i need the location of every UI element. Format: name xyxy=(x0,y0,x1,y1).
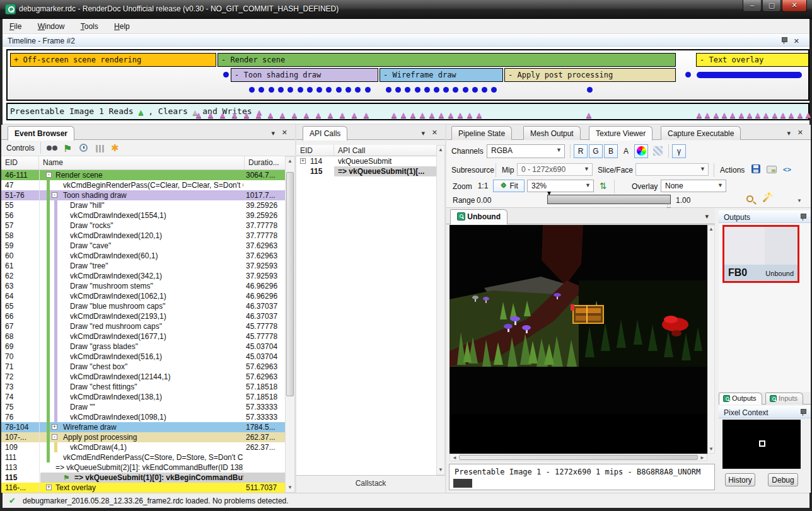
timeline-bar[interactable]: - Apply post processing xyxy=(504,68,676,82)
event-row[interactable]: 109vkCmdDraw(4,1)262.37... xyxy=(1,442,285,452)
column-name[interactable]: Name xyxy=(39,156,245,169)
overlay-select[interactable]: None▼ xyxy=(661,180,726,192)
tab-inputs[interactable]: Inputs xyxy=(765,393,803,405)
magnifier-icon[interactable] xyxy=(746,195,753,202)
menu-help[interactable]: Help xyxy=(107,19,137,31)
goto-resource-icon[interactable]: <> xyxy=(783,166,791,173)
column-eid[interactable]: EID xyxy=(1,156,39,169)
timeline-bar[interactable]: - Wireframe draw xyxy=(380,68,503,82)
texture-display[interactable] xyxy=(450,225,707,454)
texture-hscrollbar[interactable]: ◄ ► xyxy=(450,454,707,461)
collapse-icon[interactable]: - xyxy=(46,172,52,178)
event-row[interactable]: 113=> vkQueueSubmit(2)[1]: vkEndCommandB… xyxy=(1,462,285,473)
expand-icon[interactable]: + xyxy=(52,424,57,430)
event-row[interactable]: 67Draw "red mushroom caps"45.77778 xyxy=(1,321,285,331)
menu-tools[interactable]: Tools xyxy=(74,19,105,31)
event-row[interactable]: 63Draw "mushroom stems"46.96296 xyxy=(1,281,285,291)
close-button[interactable]: ✕ xyxy=(782,0,807,12)
expand-icon[interactable]: + xyxy=(300,158,306,164)
event-row[interactable]: 71Draw "chest box"57.62963 xyxy=(1,362,285,372)
timeline-bar[interactable]: - Render scene xyxy=(218,53,676,67)
event-row[interactable]: 59Draw "cave"37.62963 xyxy=(1,241,285,251)
history-button[interactable]: History xyxy=(725,473,755,486)
texture-vscrollbar[interactable]: ▲ ▼ xyxy=(707,225,715,454)
event-row[interactable]: 107-...-Apply post processing262.37... xyxy=(1,432,285,442)
event-row[interactable]: 51-76-Toon shading draw1017.7... xyxy=(1,190,285,200)
time-durations-icon[interactable] xyxy=(79,144,88,152)
scroll-left-icon[interactable]: ◄ xyxy=(451,454,458,461)
channels-select[interactable]: RGBA▼ xyxy=(487,144,565,158)
tab-outputs[interactable]: Outputs xyxy=(719,393,762,405)
scroll-right-icon[interactable]: ► xyxy=(699,454,705,461)
timeline-chart[interactable]: + Off-screen scene rendering- Render sce… xyxy=(6,49,809,101)
autofit-wand-icon[interactable] xyxy=(763,195,770,202)
close-icon[interactable]: ✕ xyxy=(282,129,287,136)
event-row[interactable]: 68vkCmdDrawIndexed(1677,1)45.77778 xyxy=(1,331,285,342)
tab-capture-executable[interactable]: Capture Executable xyxy=(661,126,741,140)
callstack-section[interactable]: Callstack xyxy=(296,475,445,488)
api-calls-scrollbar[interactable]: ▲ ▼ xyxy=(436,145,445,475)
event-row[interactable]: 64vkCmdDrawIndexed(1062,1)46.96296 xyxy=(1,291,285,301)
collapse-icon[interactable]: - xyxy=(52,434,57,440)
scroll-down-icon[interactable]: ▼ xyxy=(286,484,294,491)
slice-face-select[interactable]: ▼ xyxy=(635,163,709,176)
event-row[interactable]: 115⚑=> vkQueueSubmit(1)[0]: vkBeginComma… xyxy=(1,473,285,483)
column-eid[interactable]: EID xyxy=(296,145,334,156)
fit-button[interactable]: ◢◣◥◤ Fit xyxy=(493,180,525,192)
tab-pipeline-state[interactable]: Pipeline State xyxy=(451,126,512,140)
tab-api-calls[interactable]: API Calls xyxy=(303,126,347,141)
export-icon[interactable] xyxy=(767,166,777,173)
channel-g-button[interactable]: G xyxy=(589,144,603,158)
scrollbar-thumb[interactable] xyxy=(459,455,698,460)
event-row[interactable]: 65Draw "blue mushroom caps"46.37037 xyxy=(1,301,285,311)
tab-unbound-texture[interactable]: Unbound xyxy=(450,209,508,224)
debug-button[interactable]: Debug xyxy=(768,473,798,486)
menu-file[interactable]: File xyxy=(3,19,28,31)
event-row[interactable]: 78-104+Wireframe draw1784.5... xyxy=(1,422,285,432)
timeline-bar[interactable]: - Toon shading draw xyxy=(231,68,378,82)
channel-a-button[interactable]: A xyxy=(619,144,633,158)
scroll-up-icon[interactable]: ▲ xyxy=(286,158,294,165)
fb0-thumbnail[interactable]: FB0 Unbound xyxy=(722,225,799,283)
bookmark-star-icon[interactable]: ✱ xyxy=(111,143,119,152)
titlebar[interactable]: debugmarker.rdc - RenderDoc Unofficial r… xyxy=(0,0,812,19)
event-row[interactable]: 62vkCmdDrawIndexed(342,1)37.92593 xyxy=(1,271,285,281)
event-row[interactable]: 111vkCmdEndRenderPass(C=Store, D=Store, … xyxy=(1,452,285,462)
colorwheel-button[interactable] xyxy=(634,144,648,158)
close-icon[interactable]: ✕ xyxy=(432,129,438,136)
zoom-select[interactable]: 32%▼ xyxy=(527,180,594,192)
range-min-value[interactable]: 0.00 xyxy=(477,196,491,205)
range-black-marker[interactable]: ▼ xyxy=(546,190,552,197)
event-row[interactable]: 57Draw "rocks"37.77778 xyxy=(1,221,285,231)
pin-icon[interactable] xyxy=(800,409,806,416)
texture-image[interactable] xyxy=(450,225,707,414)
pin-icon[interactable] xyxy=(781,37,787,44)
minimize-button[interactable]: – xyxy=(743,0,762,12)
event-row[interactable]: 56vkCmdDrawIndexed(1554,1)39.25926 xyxy=(1,210,285,221)
tab-texture-viewer[interactable]: Texture Viewer xyxy=(589,126,652,141)
range-slider[interactable]: ▼ ▲ xyxy=(547,195,671,204)
event-row[interactable]: 72vkCmdDrawIndexed(12144,1)57.62963 xyxy=(1,372,285,382)
event-row[interactable]: 73Draw "chest fittings"57.18518 xyxy=(1,382,285,392)
close-icon[interactable]: ✕ xyxy=(794,38,799,45)
flip-y-button[interactable]: ⇅ xyxy=(596,179,608,192)
zoom-1-1-button[interactable]: 1:1 xyxy=(474,180,492,192)
chevron-down-icon[interactable]: ▾ xyxy=(421,130,425,137)
tab-event-browser[interactable]: Event Browser xyxy=(8,126,74,141)
column-api-call[interactable]: API Call xyxy=(334,145,436,156)
event-row[interactable]: 76vkCmdDrawIndexed(1098,1)57.33333 xyxy=(1,412,285,422)
channel-r-button[interactable]: R xyxy=(574,144,588,158)
event-row[interactable]: 70vkCmdDrawIndexed(516,1)45.03704 xyxy=(1,352,285,362)
event-row[interactable]: 60vkCmdDrawIndexed(60,1)37.62963 xyxy=(1,251,285,261)
gamma-button[interactable]: γ xyxy=(672,144,686,158)
event-row[interactable]: 74vkCmdDrawIndexed(138,1)57.18518 xyxy=(1,392,285,402)
event-row[interactable]: 66vkCmdDrawIndexed(2193,1)46.37037 xyxy=(1,311,285,321)
timeline-bar[interactable]: + Off-screen scene rendering xyxy=(10,53,216,67)
save-icon[interactable] xyxy=(751,164,760,173)
scroll-up-icon[interactable]: ▲ xyxy=(437,146,444,154)
bookmark-flag-icon[interactable]: ⚑ xyxy=(63,143,71,154)
channel-b-button[interactable]: B xyxy=(604,144,618,158)
pin-icon[interactable] xyxy=(800,214,806,221)
chevron-down-icon[interactable]: ▾ xyxy=(271,130,275,137)
range-max-value[interactable]: 1.00 xyxy=(676,196,690,205)
